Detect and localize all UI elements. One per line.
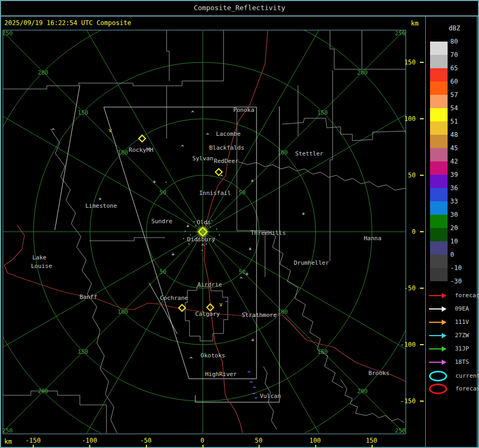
x-axis-unit-label: km [4, 438, 12, 445]
radar-app-window: Composite_Reflectivity 2025/09/19 16:22:… [0, 0, 479, 448]
legend-panel-frame [425, 16, 477, 447]
map-viewport-frame [3, 30, 406, 434]
colorbar-title: dBZ [449, 25, 460, 32]
